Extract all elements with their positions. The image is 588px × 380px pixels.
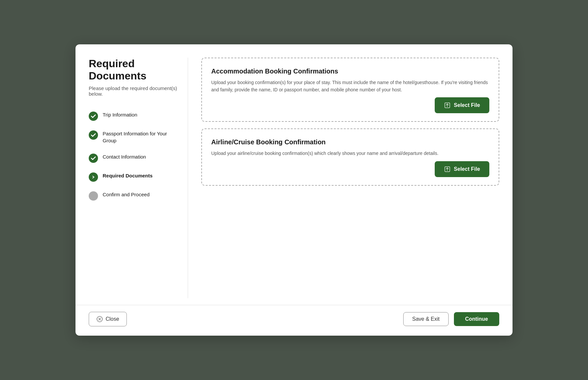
- close-circle-icon: [96, 316, 103, 322]
- modal-subtitle: Please upload the required document(s) b…: [89, 85, 178, 97]
- upload-icon-1: [444, 102, 451, 109]
- step-label-required-documents: Required Documents: [103, 172, 153, 179]
- main-content: Accommodation Booking Confirmations Uplo…: [188, 58, 499, 298]
- step-completed-icon: [89, 112, 98, 121]
- step-completed-icon-3: [89, 154, 98, 163]
- airline-card-title: Airline/Cruise Booking Confirmation: [211, 138, 489, 146]
- airline-card: Airline/Cruise Booking Confirmation Uplo…: [201, 128, 499, 186]
- step-label-passport-information: Passport Information for Your Group: [103, 130, 178, 144]
- sidebar-item-contact-information[interactable]: Contact Information: [89, 149, 178, 167]
- sidebar-item-trip-information[interactable]: Trip Information: [89, 107, 178, 125]
- airline-card-desc: Upload your airline/cruise booking confi…: [211, 150, 489, 157]
- accommodation-card: Accommodation Booking Confirmations Uplo…: [201, 58, 499, 122]
- accommodation-select-file-button[interactable]: Select File: [435, 97, 489, 113]
- step-label-contact-information: Contact Information: [103, 153, 146, 160]
- modal-body: Required Documents Please upload the req…: [75, 44, 513, 305]
- step-pending-icon: [89, 191, 98, 201]
- continue-button[interactable]: Continue: [454, 312, 499, 326]
- svg-point-0: [91, 175, 95, 179]
- accommodation-card-title: Accommodation Booking Confirmations: [211, 68, 489, 75]
- footer-right-buttons: Save & Exit Continue: [403, 312, 499, 326]
- sidebar-item-passport-information[interactable]: Passport Information for Your Group: [89, 125, 178, 149]
- modal-container: Required Documents Please upload the req…: [75, 44, 513, 336]
- airline-select-file-button[interactable]: Select File: [435, 161, 489, 177]
- step-active-icon: [89, 172, 98, 182]
- sidebar: Required Documents Please upload the req…: [89, 58, 188, 298]
- modal-title: Required Documents: [89, 58, 178, 82]
- sidebar-item-confirm-and-proceed[interactable]: Confirm and Proceed: [89, 186, 178, 205]
- svg-point-1: [91, 194, 95, 198]
- save-exit-button[interactable]: Save & Exit: [403, 312, 449, 326]
- modal-footer: Close Save & Exit Continue: [75, 305, 513, 336]
- close-button[interactable]: Close: [89, 312, 127, 326]
- step-completed-icon-2: [89, 130, 98, 140]
- accommodation-card-desc: Upload your booking confirmation(s) for …: [211, 79, 489, 93]
- sidebar-item-required-documents[interactable]: Required Documents: [89, 167, 178, 186]
- step-label-trip-information: Trip Information: [103, 111, 137, 118]
- step-list: Trip Information Passport Information fo…: [89, 107, 178, 205]
- step-label-confirm-and-proceed: Confirm and Proceed: [103, 191, 150, 198]
- modal-overlay: Required Documents Please upload the req…: [0, 0, 588, 380]
- upload-icon-2: [444, 166, 451, 172]
